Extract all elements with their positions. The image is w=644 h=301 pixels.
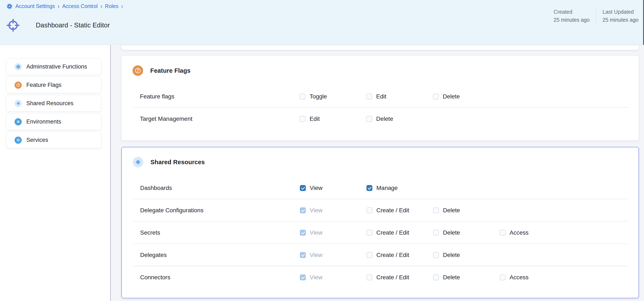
main-content: Feature Flags Feature flagsToggleEditDel… <box>111 45 644 301</box>
permission-options: EditDelete <box>300 116 433 122</box>
meta-divider <box>596 9 596 23</box>
sidebar-item-label: Environments <box>26 118 61 125</box>
created-value: 25 minutes ago <box>554 17 590 23</box>
permission-view: View <box>300 274 366 281</box>
permission-create-edit: Create / Edit <box>366 252 433 258</box>
resource-label: Dashboards <box>140 185 300 192</box>
resource-label: Delegate Configurations <box>140 207 300 214</box>
header: Account Settings › Access Control › Role… <box>0 0 644 45</box>
permission-delete: Delete <box>366 116 433 122</box>
sidebar-item-services[interactable]: Services <box>6 132 101 148</box>
breadcrumb-link-access-control[interactable]: Access Control <box>62 3 98 9</box>
sidebar-item-environments[interactable]: Environments <box>6 114 101 130</box>
section-title: Feature Flags <box>150 67 190 74</box>
created-info: Created 25 minutes ago <box>554 9 590 23</box>
meta-info: Created 25 minutes ago Last Updated 25 m… <box>554 9 638 23</box>
breadcrumb: Account Settings › Access Control › Role… <box>6 3 123 10</box>
permission-row-feature-flags: Feature flagsToggleEditDelete <box>122 85 639 108</box>
checkbox-label: View <box>310 274 322 281</box>
checkbox-delete[interactable] <box>433 208 439 213</box>
title-row: Dashboard - Static Editor <box>6 17 110 34</box>
flag-icon <box>14 82 22 89</box>
flag-icon <box>132 65 143 76</box>
checkbox-create-edit[interactable] <box>366 208 372 213</box>
scrollbar-thumb[interactable] <box>643 0 644 45</box>
gear-icon <box>14 63 22 70</box>
sidebar-item-label: Shared Resources <box>26 100 74 107</box>
permission-view: View <box>300 229 366 236</box>
shared-resources-icon <box>133 157 143 167</box>
checkbox-delete[interactable] <box>433 94 439 100</box>
resource-label: Feature flags <box>140 93 300 100</box>
page: Account Settings › Access Control › Role… <box>0 0 644 301</box>
checkbox-access[interactable] <box>500 274 506 280</box>
checkbox-label: Create / Edit <box>376 274 409 281</box>
checkbox-label: View <box>310 252 322 258</box>
permission-options: ViewCreate / EditDelete <box>300 207 500 214</box>
checkbox-access[interactable] <box>500 230 506 236</box>
created-label: Created <box>554 9 590 15</box>
checkbox-toggle[interactable] <box>300 94 306 100</box>
checkbox-label: Toggle <box>310 93 327 100</box>
checkbox-label: Delete <box>443 207 460 214</box>
permission-row-delegates: DelegatesViewCreate / EditDelete <box>122 244 638 266</box>
checkbox-create-edit[interactable] <box>366 230 372 236</box>
permission-options: ViewCreate / EditDelete <box>300 252 500 258</box>
permission-edit: Edit <box>300 116 366 122</box>
checkbox-create-edit[interactable] <box>366 252 372 258</box>
last-updated-info: Last Updated 25 minutes ago <box>602 9 638 23</box>
crosshair-icon <box>6 18 20 32</box>
section-title: Shared Resources <box>150 159 205 166</box>
checkbox-label: Delete <box>376 116 393 122</box>
permission-create-edit: Create / Edit <box>366 274 433 281</box>
sidebar-item-shared-resources[interactable]: Shared Resources <box>6 95 101 112</box>
checkbox-label: View <box>310 185 322 192</box>
checkbox-label: Create / Edit <box>376 207 409 214</box>
checkbox-view <box>300 274 306 280</box>
permission-delete: Delete <box>433 93 500 100</box>
permission-delete: Delete <box>433 229 500 236</box>
sidebar-item-adminstrative-functions[interactable]: Adminstrative Functions <box>6 58 101 75</box>
permission-manage: Manage <box>366 185 433 192</box>
checkbox-label: Access <box>510 229 528 236</box>
checkbox-manage[interactable] <box>366 185 372 191</box>
checkbox-label: View <box>310 229 322 236</box>
permission-view: View <box>300 207 366 214</box>
permission-options: ViewCreate / EditDeleteAccess <box>300 229 566 236</box>
breadcrumb-link-roles[interactable]: Roles <box>105 3 118 9</box>
permission-options: ViewManage <box>300 185 433 192</box>
permission-access: Access <box>500 274 566 281</box>
partial-card <box>122 46 639 50</box>
chevron-right-icon: › <box>58 2 60 10</box>
checkbox-label: Delete <box>443 229 460 236</box>
checkbox-delete[interactable] <box>366 116 372 122</box>
permission-row-secrets: SecretsViewCreate / EditDeleteAccess <box>122 222 638 244</box>
sidebar-item-label: Services <box>26 137 48 143</box>
permission-view: View <box>300 252 366 258</box>
chevron-right-icon: › <box>100 2 102 10</box>
resource-label: Connectors <box>140 274 300 281</box>
checkbox-view[interactable] <box>300 185 306 191</box>
checkbox-label: Delete <box>443 274 460 281</box>
breadcrumb-link-account-settings[interactable]: Account Settings <box>16 3 55 9</box>
checkbox-delete[interactable] <box>433 252 439 258</box>
resource-label: Target Management <box>140 116 300 122</box>
permission-options: ToggleEditDelete <box>300 93 500 100</box>
checkbox-edit[interactable] <box>300 116 306 122</box>
checkbox-label: Delete <box>443 252 460 258</box>
section-header: Feature Flags <box>122 56 639 85</box>
permission-toggle: Toggle <box>300 93 366 100</box>
last-updated-value: 25 minutes ago <box>602 17 638 23</box>
section-header: Shared Resources <box>122 147 638 177</box>
checkbox-delete[interactable] <box>433 230 439 236</box>
section-card-shared-resources: Shared Resources DashboardsViewManageDel… <box>122 147 639 298</box>
checkbox-delete[interactable] <box>433 274 439 280</box>
checkbox-label: View <box>310 207 322 214</box>
checkbox-create-edit[interactable] <box>366 274 372 280</box>
sidebar-item-feature-flags[interactable]: Feature Flags <box>6 77 101 93</box>
checkbox-edit[interactable] <box>366 94 372 100</box>
shared-resources-icon <box>14 100 22 107</box>
permission-row-target-management: Target ManagementEditDelete <box>122 108 639 130</box>
last-updated-label: Last Updated <box>602 9 638 15</box>
checkbox-label: Edit <box>376 93 386 100</box>
